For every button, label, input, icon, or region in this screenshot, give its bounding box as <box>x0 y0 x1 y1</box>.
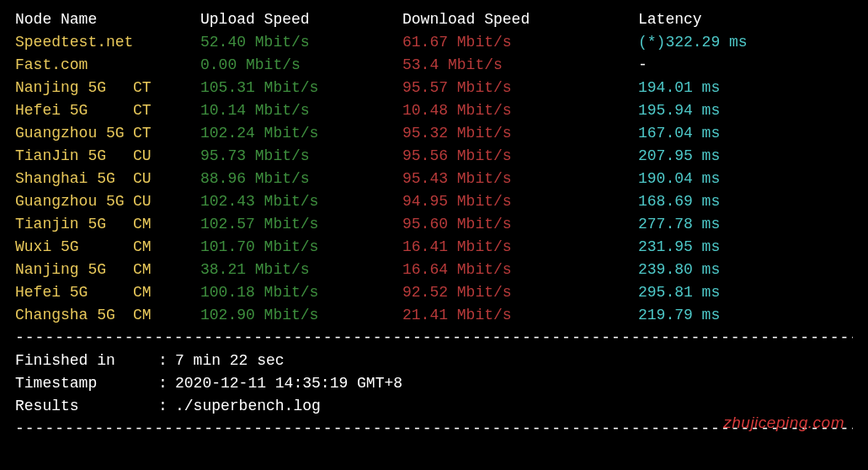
node-tag-text: CM <box>133 236 152 259</box>
footer-timestamp-value: 2020-12-11 14:35:19 GMT+8 <box>175 372 402 395</box>
cell-latency: 194.01 ms <box>638 77 853 99</box>
cell-node: TianJin 5GCU <box>15 145 200 168</box>
node-tag-text: CT <box>133 99 152 122</box>
footer-finished-row: Finished in : 7 min 22 sec <box>15 350 853 372</box>
footer-finished-value: 7 min 22 sec <box>175 350 285 372</box>
node-name-text: TianJin 5G <box>15 145 133 168</box>
cell-latency: - <box>638 54 853 77</box>
cell-upload: 52.40 Mbit/s <box>200 31 402 54</box>
node-tag-text: CU <box>133 168 152 190</box>
node-name-text: Tianjin 5G <box>15 213 133 236</box>
cell-latency: 295.81 ms <box>638 281 853 304</box>
footer-colon: : <box>158 372 175 395</box>
node-tag-text: CU <box>133 190 152 213</box>
cell-download: 94.95 Mbit/s <box>402 190 638 213</box>
node-tag-text: CU <box>133 145 152 168</box>
cell-latency: 277.78 ms <box>638 213 853 236</box>
cell-node: Shanghai 5GCU <box>15 168 200 190</box>
footer-results-label: Results <box>15 395 158 418</box>
cell-download: 16.41 Mbit/s <box>402 236 638 259</box>
node-tag-text: CM <box>133 259 152 281</box>
cell-latency: 219.79 ms <box>638 304 853 327</box>
cell-node: Fast.com <box>15 54 200 77</box>
cell-latency: 168.69 ms <box>638 190 853 213</box>
cell-node: Nanjing 5GCM <box>15 259 200 281</box>
table-row: Wuxi 5GCM101.70 Mbit/s16.41 Mbit/s231.95… <box>15 236 853 259</box>
cell-latency: 239.80 ms <box>638 259 853 281</box>
cell-node: Changsha 5GCM <box>15 304 200 327</box>
cell-download: 95.32 Mbit/s <box>402 122 638 145</box>
node-tag-text: CM <box>133 281 152 304</box>
divider-line: ----------------------------------------… <box>15 327 853 350</box>
node-name-text: Guangzhou 5G <box>15 122 133 145</box>
node-tag-text: CM <box>133 304 152 327</box>
watermark-text: zhujiceping.com <box>723 411 844 435</box>
table-row: Shanghai 5GCU88.96 Mbit/s95.43 Mbit/s190… <box>15 168 853 190</box>
cell-node: Nanjing 5GCT <box>15 77 200 99</box>
node-name-text: Speedtest.net <box>15 31 133 54</box>
table-row: Hefei 5GCT10.14 Mbit/s10.48 Mbit/s195.94… <box>15 99 853 122</box>
cell-node: Speedtest.net <box>15 31 200 54</box>
table-header-row: Node Name Upload Speed Download Speed La… <box>15 8 853 31</box>
cell-download: 10.48 Mbit/s <box>402 99 638 122</box>
footer-timestamp-row: Timestamp : 2020-12-11 14:35:19 GMT+8 <box>15 372 853 395</box>
table-row: Nanjing 5GCM38.21 Mbit/s16.64 Mbit/s239.… <box>15 259 853 281</box>
cell-latency: 207.95 ms <box>638 145 853 168</box>
footer-timestamp-label: Timestamp <box>15 372 158 395</box>
header-node: Node Name <box>15 8 200 31</box>
footer-results-value: ./superbench.log <box>175 395 321 418</box>
cell-upload: 38.21 Mbit/s <box>200 259 402 281</box>
cell-latency: 190.04 ms <box>638 168 853 190</box>
table-row: Nanjing 5GCT105.31 Mbit/s95.57 Mbit/s194… <box>15 77 853 99</box>
cell-download: 61.67 Mbit/s <box>402 31 638 54</box>
node-name-text: Guangzhou 5G <box>15 190 133 213</box>
node-tag-text: CT <box>133 77 152 99</box>
node-name-text: Nanjing 5G <box>15 77 133 99</box>
table-row: TianJin 5GCU95.73 Mbit/s95.56 Mbit/s207.… <box>15 145 853 168</box>
footer-colon: : <box>158 350 175 372</box>
table-row: Guangzhou 5GCU102.43 Mbit/s94.95 Mbit/s1… <box>15 190 853 213</box>
node-name-text: Hefei 5G <box>15 99 133 122</box>
cell-upload: 88.96 Mbit/s <box>200 168 402 190</box>
table-row: Guangzhou 5GCT102.24 Mbit/s95.32 Mbit/s1… <box>15 122 853 145</box>
node-name-text: Nanjing 5G <box>15 259 133 281</box>
table-row: Speedtest.net52.40 Mbit/s61.67 Mbit/s(*)… <box>15 31 853 54</box>
table-row: Fast.com0.00 Mbit/s53.4 Mbit/s- <box>15 54 853 77</box>
cell-upload: 102.43 Mbit/s <box>200 190 402 213</box>
cell-upload: 102.57 Mbit/s <box>200 213 402 236</box>
cell-download: 21.41 Mbit/s <box>402 304 638 327</box>
cell-download: 95.60 Mbit/s <box>402 213 638 236</box>
cell-download: 95.56 Mbit/s <box>402 145 638 168</box>
cell-upload: 102.24 Mbit/s <box>200 122 402 145</box>
cell-node: Tianjin 5GCM <box>15 213 200 236</box>
cell-latency: (*)322.29 ms <box>638 31 853 54</box>
table-row: Hefei 5GCM100.18 Mbit/s92.52 Mbit/s295.8… <box>15 281 853 304</box>
node-tag-text: CT <box>133 122 152 145</box>
table-row: Changsha 5GCM102.90 Mbit/s21.41 Mbit/s21… <box>15 304 853 327</box>
table-row: Tianjin 5GCM102.57 Mbit/s95.60 Mbit/s277… <box>15 213 853 236</box>
cell-node: Hefei 5GCT <box>15 99 200 122</box>
header-download: Download Speed <box>402 8 638 31</box>
cell-latency: 195.94 ms <box>638 99 853 122</box>
cell-upload: 95.73 Mbit/s <box>200 145 402 168</box>
cell-download: 92.52 Mbit/s <box>402 281 638 304</box>
cell-download: 95.57 Mbit/s <box>402 77 638 99</box>
cell-upload: 102.90 Mbit/s <box>200 304 402 327</box>
node-tag-text: CM <box>133 213 152 236</box>
cell-upload: 10.14 Mbit/s <box>200 99 402 122</box>
cell-upload: 100.18 Mbit/s <box>200 281 402 304</box>
cell-node: Wuxi 5GCM <box>15 236 200 259</box>
header-latency: Latency <box>638 8 853 31</box>
cell-download: 53.4 Mbit/s <box>402 54 638 77</box>
footer-colon: : <box>158 395 175 418</box>
header-upload: Upload Speed <box>200 8 402 31</box>
node-name-text: Wuxi 5G <box>15 236 133 259</box>
cell-node: Guangzhou 5GCT <box>15 122 200 145</box>
node-name-text: Shanghai 5G <box>15 168 133 190</box>
cell-upload: 105.31 Mbit/s <box>200 77 402 99</box>
node-name-text: Hefei 5G <box>15 281 133 304</box>
cell-upload: 101.70 Mbit/s <box>200 236 402 259</box>
cell-node: Guangzhou 5GCU <box>15 190 200 213</box>
cell-upload: 0.00 Mbit/s <box>200 54 402 77</box>
cell-latency: 231.95 ms <box>638 236 853 259</box>
